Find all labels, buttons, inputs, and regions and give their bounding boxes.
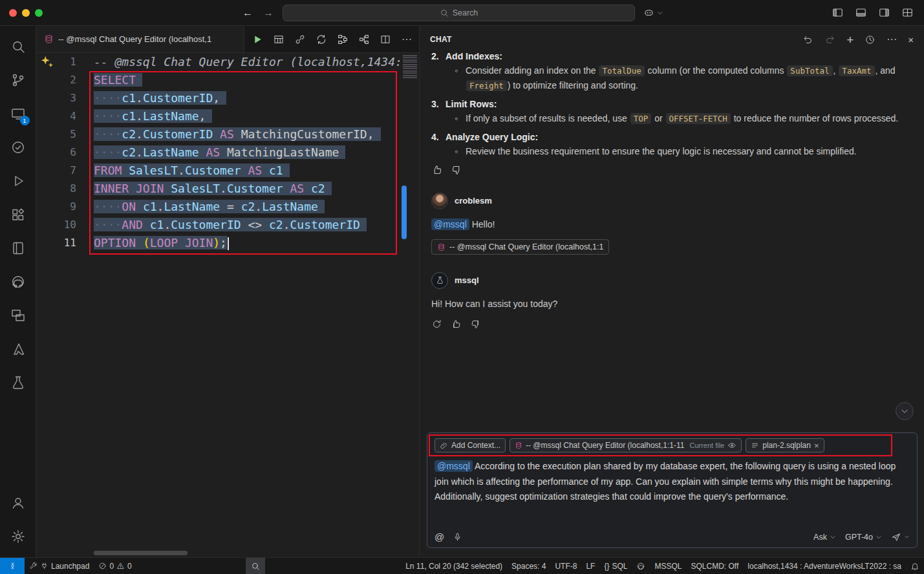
connect-button[interactable] — [292, 31, 308, 48]
run-query-button[interactable] — [249, 31, 266, 48]
chat-more-button[interactable]: ··· — [886, 34, 897, 45]
code-line[interactable]: 8INNER JOIN SalesLT.Customer AS c2 — [36, 180, 401, 198]
mode-dropdown[interactable]: Ask — [813, 533, 836, 542]
line-number[interactable]: 9 — [36, 198, 94, 216]
code-editor[interactable]: 1-- @mssql Chat Query Editor (localhost,… — [36, 53, 419, 557]
code-line[interactable]: 9····ON c1.LastName = c2.LastName — [36, 198, 401, 216]
toggle-secondary-sidebar-icon[interactable] — [878, 6, 890, 19]
close-window-button[interactable] — [9, 9, 17, 17]
retry-icon[interactable] — [431, 319, 442, 330]
mention-chip[interactable]: @mssql — [435, 460, 473, 472]
maximize-window-button[interactable] — [35, 9, 43, 17]
add-context-button[interactable]: Add Context... — [435, 438, 506, 452]
remote-indicator[interactable] — [0, 558, 25, 574]
mention-button[interactable]: @ — [435, 531, 444, 542]
code-line[interactable]: 10····AND c1.CustomerID <> c2.CustomerID — [36, 216, 401, 234]
send-button[interactable] — [891, 532, 910, 542]
scrollbar-thumb[interactable] — [402, 186, 407, 239]
code-line[interactable]: 11OPTION (LOOP JOIN); — [36, 234, 401, 252]
eol-button[interactable]: LF — [581, 558, 599, 574]
sidebar-item-remote-windows[interactable] — [3, 299, 34, 332]
notifications-button[interactable] — [906, 558, 924, 574]
model-dropdown[interactable]: GPT-4o — [845, 533, 882, 542]
line-number[interactable]: 10 — [36, 216, 94, 234]
minimize-window-button[interactable] — [22, 9, 30, 17]
copilot-menu-button[interactable] — [643, 6, 663, 19]
line-number[interactable]: 3 — [36, 89, 94, 107]
code-line[interactable]: 4····c1.LastName, — [36, 107, 401, 125]
sidebar-item-remote-explorer[interactable]: 1 — [3, 97, 34, 131]
line-number[interactable]: 7 — [36, 162, 94, 180]
scroll-to-bottom-button[interactable] — [896, 402, 914, 420]
mssql-status-button[interactable]: MSSQL — [650, 558, 686, 574]
schema-designer-button[interactable] — [334, 31, 351, 48]
zoom-widget[interactable] — [246, 558, 265, 574]
indentation-button[interactable]: Spaces: 4 — [507, 558, 550, 574]
horizontal-scrollbar[interactable] — [94, 551, 188, 555]
sidebar-item-source-control[interactable] — [3, 63, 34, 97]
sidebar-item-testing[interactable] — [3, 131, 34, 164]
sidebar-item-notebooks[interactable] — [3, 231, 34, 265]
cursor-position-button[interactable]: Ln 11, Col 20 (342 selected) — [401, 558, 507, 574]
sqlcmd-button[interactable]: SQLCMD: Off — [687, 558, 744, 574]
thumbs-up-icon[interactable] — [451, 319, 462, 330]
line-number[interactable]: 6 — [36, 144, 94, 162]
sidebar-item-sql-tools[interactable] — [3, 366, 34, 399]
sidebar-item-github[interactable] — [3, 265, 34, 299]
results-grid-button[interactable] — [270, 31, 287, 48]
minimap[interactable] — [401, 53, 419, 557]
refresh-connection-button[interactable] — [313, 31, 330, 48]
chat-input-text[interactable]: @mssql According to the execution plan s… — [435, 459, 910, 505]
thumbs-down-icon[interactable] — [470, 319, 481, 330]
thumbs-up-icon[interactable] — [431, 164, 443, 176]
code-line[interactable]: 6····c2.LastName AS MatchingLastName — [36, 144, 401, 162]
microphone-icon[interactable] — [453, 532, 462, 542]
line-number[interactable]: 5 — [36, 125, 94, 144]
code-line[interactable]: 5····c2.CustomerID AS MatchingCustomerID… — [36, 125, 401, 144]
chat-input-container[interactable]: Add Context... -- @mssql Chat Query Edit… — [427, 433, 917, 547]
thumbs-down-icon[interactable] — [451, 164, 462, 176]
line-number[interactable]: 8 — [36, 180, 94, 198]
context-plan-chip[interactable]: plan-2.sqlplan × — [746, 438, 824, 452]
undo-icon[interactable] — [802, 34, 813, 45]
attachment-chip[interactable]: -- @mssql Chat Query Editor (localhost,1… — [431, 239, 609, 255]
command-center-search[interactable]: Search — [283, 5, 635, 21]
redo-icon[interactable] — [824, 34, 835, 45]
sidebar-item-azure[interactable] — [3, 332, 34, 366]
problems-button[interactable]: 0 0 — [94, 558, 136, 574]
copilot-sparkle-icon[interactable] — [40, 55, 54, 72]
remove-context-button[interactable]: × — [814, 441, 819, 451]
connection-status-button[interactable]: localhost,1434 : AdventureWorksLT2022 : … — [743, 558, 906, 574]
customize-layout-icon[interactable] — [901, 6, 914, 19]
line-number[interactable]: 4 — [36, 107, 94, 125]
new-chat-button[interactable]: + — [846, 34, 854, 46]
settings-button[interactable] — [3, 520, 34, 553]
toggle-panel-icon[interactable] — [855, 6, 867, 19]
encoding-button[interactable]: UTF-8 — [550, 558, 581, 574]
line-number[interactable]: 11 — [36, 234, 94, 252]
sidebar-item-run-debug[interactable] — [3, 164, 34, 198]
code-line[interactable]: 3····c1.CustomerID, — [36, 89, 401, 107]
sidebar-item-extensions[interactable] — [3, 198, 34, 231]
navigate-back-button[interactable]: ← — [242, 7, 253, 19]
language-mode-button[interactable]: {} SQL — [599, 558, 632, 574]
mention-chip[interactable]: @mssql — [431, 218, 469, 230]
sidebar-item-search[interactable] — [3, 30, 34, 63]
toggle-primary-sidebar-icon[interactable] — [832, 6, 844, 19]
code-line[interactable]: 2SELECT — [36, 71, 401, 89]
history-icon[interactable] — [865, 34, 876, 45]
line-number[interactable]: 2 — [36, 71, 94, 89]
tab-chat-query-editor[interactable]: -- @mssql Chat Query Editor (localhost,1 — [36, 26, 244, 52]
context-file-chip[interactable]: -- @mssql Chat Query Editor (localhost,1… — [510, 438, 742, 452]
launchpad-button[interactable]: Launchpad — [25, 558, 94, 574]
close-chat-button[interactable]: × — [908, 35, 914, 45]
query-plan-button[interactable] — [356, 31, 372, 48]
accounts-button[interactable] — [3, 486, 34, 520]
more-actions-button[interactable]: ··· — [398, 31, 415, 48]
navigate-forward-button[interactable]: → — [263, 7, 274, 19]
code-line[interactable]: 1-- @mssql Chat Query Editor (localhost,… — [36, 53, 401, 71]
eye-icon[interactable] — [727, 441, 736, 450]
code-line[interactable]: 7FROM SalesLT.Customer AS c1 — [36, 162, 401, 180]
github-status-button[interactable] — [632, 558, 650, 574]
split-editor-button[interactable] — [377, 31, 394, 48]
